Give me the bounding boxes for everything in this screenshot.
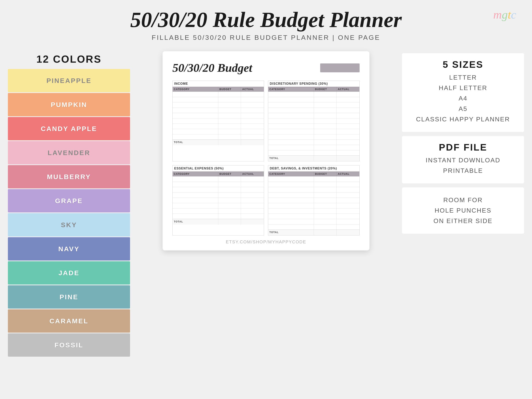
essential-header: CATEGORY BUDGET ACTUAL — [173, 171, 264, 176]
income-total-budget — [218, 140, 241, 145]
table-cell — [218, 108, 241, 113]
color-label: MULBERRY — [47, 173, 91, 181]
color-label: NAVY — [58, 245, 80, 253]
table-row — [268, 97, 359, 102]
sizes-items: LETTERHALF LETTERA4A5CLASSIC HAPPY PLANN… — [406, 74, 520, 123]
table-cell — [241, 113, 264, 118]
table-row — [268, 92, 359, 97]
table-cell — [241, 198, 264, 203]
table-cell — [268, 92, 314, 97]
planner-preview: 50/30/20 Budget INCOME CATEGORY BUDGET A… — [163, 51, 369, 250]
debt-total-actual — [336, 230, 359, 235]
table-row — [268, 192, 359, 198]
table-cell — [241, 182, 264, 187]
essential-title: ESSENTIAL EXPENSES (50%) — [173, 165, 264, 171]
table-cell — [218, 102, 241, 108]
table-cell — [314, 198, 337, 203]
table-cell — [314, 182, 337, 187]
table-cell — [218, 92, 241, 97]
debt-total-row: TOTAL — [268, 229, 359, 235]
table-cell — [173, 113, 218, 118]
table-cell — [268, 102, 314, 108]
right-panel: 5 SIZES LETTERHALF LETTERA4A5CLASSIC HAP… — [394, 47, 532, 399]
income-col-category: CATEGORY — [173, 87, 218, 92]
income-col-budget: BUDGET — [218, 87, 241, 92]
table-cell — [268, 108, 314, 113]
pdf-item: INSTANT DOWNLOAD — [406, 157, 520, 164]
table-cell — [173, 124, 218, 129]
table-cell — [314, 124, 337, 129]
table-cell — [218, 187, 241, 192]
table-cell — [314, 177, 337, 182]
extra-item: ROOM FOR — [406, 196, 520, 204]
ess-rows — [173, 176, 264, 219]
logo: mgtc — [493, 8, 516, 21]
color-label: PUMPKIN — [51, 101, 87, 108]
color-label: GRAPE — [55, 197, 83, 205]
table-cell — [336, 209, 359, 214]
color-label: FOSSIL — [55, 341, 83, 349]
extra-item: HOLE PUNCHES — [406, 207, 520, 214]
ess-total-row: TOTAL — [173, 219, 264, 225]
table-row — [173, 203, 264, 208]
table-cell — [336, 177, 359, 182]
table-cell — [268, 224, 314, 229]
page-subtitle: FILLABLE 50/30/20 RULE BUDGET PLANNER | … — [152, 34, 380, 41]
table-cell — [218, 209, 241, 214]
planner-preview-header: 50/30/20 Budget — [172, 61, 360, 75]
table-row — [268, 214, 359, 219]
table-row — [173, 187, 264, 192]
ess-total-actual — [241, 219, 264, 225]
table-cell — [336, 187, 359, 192]
table-cell — [241, 192, 264, 198]
table-row — [268, 203, 359, 208]
table-cell — [336, 92, 359, 97]
color-swatch-navy: NAVY — [8, 237, 130, 260]
table-cell — [314, 140, 337, 145]
table-cell — [268, 219, 314, 224]
table-row — [173, 124, 264, 129]
sizes-section: 5 SIZES LETTERHALF LETTERA4A5CLASSIC HAP… — [402, 53, 524, 132]
ess-col-actual: ACTUAL — [241, 171, 264, 176]
disc-total-row: TOTAL — [268, 155, 359, 161]
pdf-item: PRINTABLE — [406, 167, 520, 174]
table-cell — [268, 192, 314, 198]
color-swatch-mulberry: MULBERRY — [8, 165, 130, 188]
center-panel: 50/30/20 Budget INCOME CATEGORY BUDGET A… — [138, 47, 394, 399]
debt-total-budget — [314, 230, 337, 235]
table-row — [268, 118, 359, 124]
table-cell — [268, 118, 314, 124]
table-row — [173, 92, 264, 97]
table-cell — [241, 214, 264, 219]
table-cell — [336, 140, 359, 145]
debt-col-actual: ACTUAL — [336, 171, 359, 176]
table-cell — [314, 203, 337, 208]
table-row — [268, 176, 359, 182]
debt-col-category: CATEGORY — [268, 171, 314, 176]
table-cell — [268, 124, 314, 129]
discretionary-header: CATEGORY BUDGET ACTUAL — [268, 87, 359, 92]
table-cell — [314, 97, 337, 102]
pdf-section: PDF FILE INSTANT DOWNLOADPRINTABLE — [402, 136, 524, 184]
table-cell — [268, 209, 314, 214]
table-cell — [218, 177, 241, 182]
table-cell — [173, 108, 218, 113]
table-cell — [173, 134, 218, 139]
table-cell — [241, 97, 264, 102]
color-swatch-jade: JADE — [8, 261, 130, 285]
table-cell — [268, 97, 314, 102]
table-cell — [314, 113, 337, 118]
color-swatch-pineapple: PINEAPPLE — [8, 69, 130, 92]
page-header: 50/30/20 Rule Budget Planner FILLABLE 50… — [0, 0, 532, 47]
table-cell — [241, 124, 264, 129]
table-cell — [336, 219, 359, 224]
table-row — [173, 176, 264, 182]
table-row — [268, 129, 359, 134]
color-label: CARAMEL — [50, 317, 89, 325]
table-cell — [314, 129, 337, 134]
table-cell — [218, 97, 241, 102]
table-cell — [241, 187, 264, 192]
debt-section: DEBT, SAVINGS, & INVESTMENTS (20%) CATEG… — [268, 165, 360, 235]
table-row — [173, 214, 264, 219]
debt-total-label: TOTAL — [268, 230, 314, 235]
